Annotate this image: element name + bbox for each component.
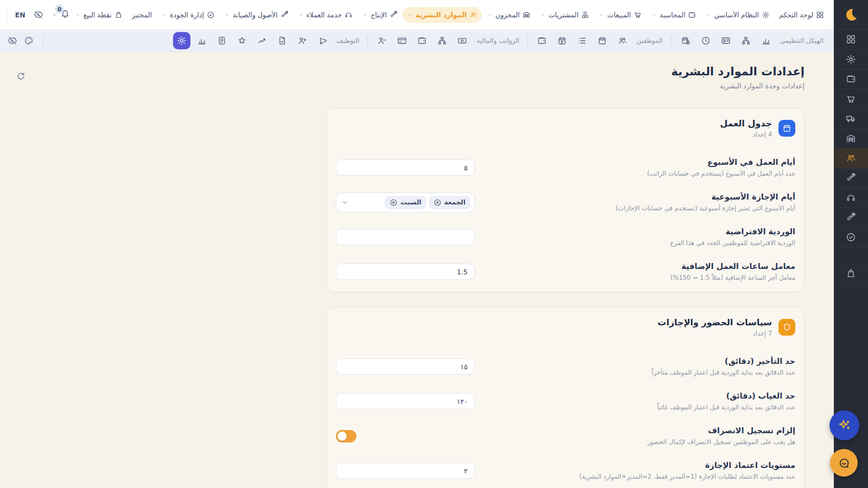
truck-icon <box>846 113 856 124</box>
eye-off-icon[interactable] <box>8 36 17 46</box>
nav-item-1[interactable]: النظام الأساسي <box>701 7 774 23</box>
chevron-down-icon <box>75 12 81 18</box>
card-title: جدول العمل <box>720 118 772 129</box>
notifications-button[interactable]: 0 <box>52 9 70 21</box>
bag-icon <box>846 268 856 279</box>
sidebar-item-people[interactable] <box>834 149 868 169</box>
grid-icon <box>816 11 824 19</box>
toolbar-calendar-button[interactable] <box>593 32 611 49</box>
chat-button[interactable] <box>830 449 858 477</box>
setting-row: معامل ساعات العمل الإضافيةمعامل أجر السا… <box>336 260 795 283</box>
toolbar-calendar-plus-button[interactable] <box>553 32 571 49</box>
nav-item-10[interactable]: إدارة الجودة <box>157 7 219 23</box>
palette-icon[interactable] <box>24 36 34 46</box>
chevron-down-icon <box>298 12 304 18</box>
toolbar-star-button[interactable] <box>233 32 251 49</box>
sidebar-item-bag[interactable] <box>834 264 868 284</box>
toolbar-org-chart-button[interactable] <box>433 32 451 49</box>
eye-off-icon[interactable] <box>34 10 43 20</box>
setting-label: أيام الإجازة الأسبوعية <box>616 192 795 201</box>
nav-item-9[interactable]: الأصول والصيانة <box>220 7 293 23</box>
nav-item-label: نقطة البيع <box>84 11 112 19</box>
person-plus-icon <box>297 36 307 46</box>
toolbar-megaphone-button[interactable] <box>314 32 331 49</box>
calendar-icon <box>782 124 792 133</box>
toolbar-doc-check-button[interactable] <box>273 32 291 49</box>
toolbar-bar-chart-button[interactable] <box>757 32 775 49</box>
bar-chart-icon <box>197 36 207 46</box>
toolbar-id-card-button[interactable] <box>717 32 735 49</box>
setting-info: أيام الإجازة الأسبوعيةأيام الأسبوع التي … <box>616 192 795 212</box>
sidebar-item-cart[interactable] <box>834 89 868 110</box>
chevron-down-icon <box>224 12 230 18</box>
nav-item-2[interactable]: المحاسبة <box>647 7 700 23</box>
divider <box>43 35 43 46</box>
sidebar-item-wallet[interactable] <box>834 69 868 89</box>
toolbar-book-button[interactable] <box>213 32 231 49</box>
setting-control <box>336 159 475 176</box>
toolbar-person-minus-button[interactable] <box>373 32 391 49</box>
money-icon <box>457 36 467 46</box>
sidebar-item-wrench[interactable] <box>834 208 868 228</box>
sidebar-item-warehouse[interactable] <box>834 129 868 149</box>
toolbar-person-plus-button[interactable] <box>293 32 311 49</box>
toolbar-clock-button[interactable] <box>697 32 714 49</box>
checkout-required-toggle[interactable] <box>336 430 356 442</box>
chip-label: السبت <box>400 198 421 206</box>
nav-item-label: المبيعات <box>607 11 631 19</box>
nav-item-4[interactable]: المشتريات <box>535 7 593 23</box>
nav-item-3[interactable]: المبيعات <box>594 7 646 23</box>
toolbar-gear-button[interactable] <box>173 32 190 49</box>
sidebar-item-wrench[interactable] <box>834 169 868 189</box>
remove-chip-icon[interactable] <box>433 198 442 207</box>
ai-assistant-button[interactable] <box>829 410 859 440</box>
toolbar-wallet-button[interactable] <box>533 32 551 49</box>
chat-icon <box>838 457 851 470</box>
divider <box>671 35 672 46</box>
setting-input[interactable] <box>336 229 475 245</box>
settings-card-0: جدول العمل4 إعدادأيام العمل في الأسبوععد… <box>327 108 805 292</box>
setting-input[interactable] <box>336 159 475 176</box>
nav-item-8[interactable]: خدمة العملاء <box>293 7 358 23</box>
toolbar-calendar-clock-button[interactable] <box>677 32 694 49</box>
sidebar-item-headset[interactable] <box>834 188 868 208</box>
toolbar-money-button[interactable] <box>454 32 471 49</box>
headset-icon <box>344 11 353 19</box>
nav-item-label: لوحة التحكم <box>779 11 813 19</box>
setting-label: أيام العمل في الأسبوع <box>647 158 795 166</box>
toolbar-list-button[interactable] <box>573 32 591 49</box>
language-toggle[interactable]: EN <box>15 11 25 19</box>
app-logo[interactable] <box>834 0 868 30</box>
nav-item-7[interactable]: الإنتاج <box>358 7 402 23</box>
refresh-icon[interactable] <box>16 72 25 83</box>
toolbar-card-button[interactable] <box>393 32 411 49</box>
toolbar-trend-button[interactable] <box>253 32 271 49</box>
nav-item-label: الموارد البشرية <box>416 11 467 19</box>
weekend-days-multiselect[interactable]: الجمعةالسبت <box>336 192 475 213</box>
nav-item-11[interactable]: المختبر <box>127 7 156 23</box>
setting-input[interactable] <box>336 393 475 409</box>
sidebar-item-check-badge[interactable] <box>834 228 868 248</box>
nav-item-0[interactable]: لوحة التحكم <box>775 7 828 23</box>
sidebar-item-truck[interactable] <box>834 109 868 129</box>
calendar-plus-icon <box>557 36 567 46</box>
remove-chip-icon[interactable] <box>390 198 398 207</box>
palette-icon <box>24 36 34 46</box>
sidebar-item-gear[interactable] <box>834 50 868 70</box>
toolbar-people-button[interactable] <box>614 32 631 49</box>
nav-item-6[interactable]: الموارد البشرية <box>403 7 482 23</box>
sidebar-item-grid[interactable] <box>834 30 868 50</box>
divider <box>7 8 7 22</box>
nav-item-5[interactable]: المخزون <box>482 7 535 23</box>
toolbar-org-chart-button[interactable] <box>737 32 755 49</box>
setting-label: معامل ساعات العمل الإضافية <box>671 262 795 271</box>
page-subtitle: إعدادات وحدة الموارد البشرية <box>327 82 805 90</box>
toolbar-bar-chart-button[interactable] <box>193 32 210 49</box>
nav-item-12[interactable]: نقطة البيع <box>71 7 127 23</box>
toolbar-wallet-button[interactable] <box>413 32 431 49</box>
setting-input[interactable] <box>336 358 475 375</box>
calendar-icon <box>597 36 607 46</box>
setting-input[interactable] <box>336 463 475 479</box>
setting-input[interactable] <box>336 264 475 280</box>
nav-item-label: خدمة العملاء <box>307 11 342 19</box>
